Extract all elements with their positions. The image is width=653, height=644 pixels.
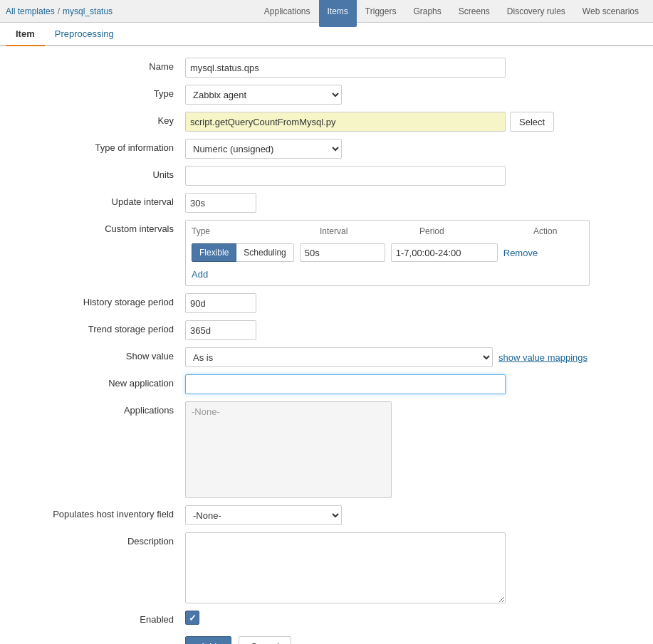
enabled-row: Enabled (14, 611, 639, 625)
update-interval-input[interactable] (185, 193, 256, 213)
nav-tab-graphs[interactable]: Graphs (404, 0, 449, 27)
breadcrumb-all-templates[interactable]: All templates (6, 6, 55, 16)
key-select-button[interactable]: Select (510, 112, 554, 132)
show-value-mappings-link[interactable]: show value mappings (498, 352, 587, 363)
new-application-input[interactable] (185, 374, 506, 394)
populates-host-label: Populates host inventory field (14, 505, 185, 519)
remove-interval-link[interactable]: Remove (503, 248, 538, 258)
show-value-row: Show value As is show value mappings (14, 347, 639, 367)
enabled-label: Enabled (14, 611, 185, 625)
breadcrumb-sep: / (58, 6, 60, 16)
history-storage-input[interactable] (185, 293, 256, 313)
description-row: Description (14, 532, 639, 603)
tab-preprocessing[interactable]: Preprocessing (45, 23, 124, 46)
name-input[interactable] (185, 58, 506, 78)
nav-tab-applications[interactable]: Applications (256, 0, 319, 27)
key-input-group: Select (185, 112, 554, 132)
key-label: Key (14, 112, 185, 126)
nav-tab-discovery-rules[interactable]: Discovery rules (498, 0, 574, 27)
update-interval-label: Update interval (14, 193, 185, 207)
name-row: Name (14, 58, 639, 78)
interval-interval-col: Interval (320, 226, 419, 236)
type-row: Type Zabbix agent (14, 85, 639, 105)
intervals-header: Type Interval Period Action (192, 226, 583, 239)
update-interval-row: Update interval (14, 193, 639, 213)
type-of-information-select[interactable]: Numeric (unsigned) (185, 139, 342, 159)
trend-storage-input[interactable] (185, 320, 256, 340)
history-storage-label: History storage period (14, 293, 185, 307)
type-of-information-label: Type of information (14, 139, 185, 153)
interval-type-col: Type (192, 226, 320, 236)
new-application-row: New application (14, 374, 639, 394)
custom-intervals-box: Type Interval Period Action Flexible Sch… (185, 220, 590, 286)
name-label: Name (14, 58, 185, 72)
interval-value-input[interactable] (300, 243, 385, 262)
type-select[interactable]: Zabbix agent (185, 85, 342, 105)
units-label: Units (14, 166, 185, 180)
tab-item[interactable]: Item (6, 23, 45, 46)
interval-period-col: Period (419, 226, 533, 236)
units-row: Units (14, 166, 639, 186)
populates-host-select[interactable]: -None- (185, 505, 342, 525)
nav-tab-triggers[interactable]: Triggers (357, 0, 405, 27)
flexible-button[interactable]: Flexible (192, 243, 236, 262)
add-button[interactable]: Add (185, 636, 231, 644)
cancel-button[interactable]: Cancel (239, 636, 291, 644)
trend-storage-label: Trend storage period (14, 320, 185, 334)
custom-intervals-row: Custom intervals Type Interval Period Ac… (14, 220, 639, 286)
scheduling-button[interactable]: Scheduling (236, 243, 293, 262)
custom-intervals-label: Custom intervals (14, 220, 185, 234)
applications-listbox[interactable]: -None- (185, 401, 392, 498)
form-bottom: Add Cancel (14, 636, 639, 644)
nav-tab-web-scenarios[interactable]: Web scenarios (574, 0, 647, 27)
key-input[interactable] (185, 112, 506, 132)
breadcrumb-mysql-status[interactable]: mysql_status (63, 6, 113, 16)
key-row: Key Select (14, 112, 639, 132)
type-of-information-row: Type of information Numeric (unsigned) (14, 139, 639, 159)
nav-tab-screens[interactable]: Screens (450, 0, 498, 27)
units-input[interactable] (185, 166, 506, 186)
period-value-input[interactable] (391, 243, 498, 262)
app-item-none: -None- (189, 405, 388, 418)
top-nav: All templates / mysql_status Application… (0, 0, 653, 23)
type-label: Type (14, 85, 185, 99)
interval-row-1: Flexible Scheduling Remove (192, 243, 583, 262)
enabled-checkbox[interactable] (185, 611, 199, 625)
show-value-group: As is show value mappings (185, 347, 587, 367)
applications-label: Applications (14, 401, 185, 416)
populates-host-row: Populates host inventory field -None- (14, 505, 639, 525)
trend-storage-row: Trend storage period (14, 320, 639, 340)
show-value-select[interactable]: As is (185, 347, 493, 367)
new-application-label: New application (14, 374, 185, 389)
history-storage-row: History storage period (14, 293, 639, 313)
nav-tab-items[interactable]: Items (319, 0, 357, 27)
interval-action-col: Action (533, 226, 583, 236)
applications-row: Applications -None- (14, 401, 639, 498)
description-textarea[interactable] (185, 532, 506, 603)
show-value-label: Show value (14, 347, 185, 361)
description-label: Description (14, 532, 185, 547)
form-area: Name Type Zabbix agent Key Select Type o… (0, 46, 653, 644)
add-interval-link[interactable]: Add (192, 269, 208, 280)
